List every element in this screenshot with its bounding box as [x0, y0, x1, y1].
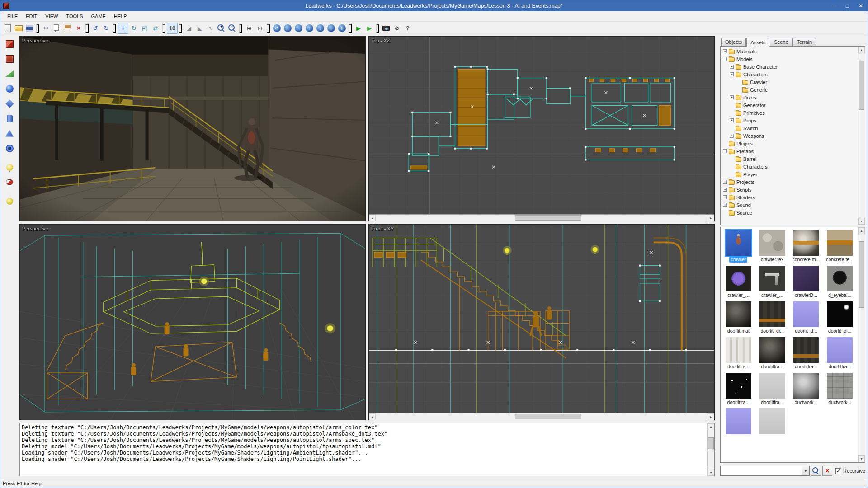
copy-icon[interactable] — [52, 23, 62, 34]
camera-pan-left-icon[interactable]: ← — [282, 23, 293, 34]
viewport-perspective-render[interactable]: Perspective — [19, 36, 366, 221]
model-icon[interactable] — [3, 176, 16, 188]
csg-cube-icon[interactable] — [3, 52, 16, 65]
tree-item[interactable]: Generic — [722, 86, 857, 94]
asset-item[interactable]: doorlit.mat — [722, 300, 755, 335]
expand-toggle-icon[interactable]: − — [730, 72, 734, 76]
asset-item[interactable] — [722, 407, 755, 442]
asset-item[interactable]: doorlit_s... — [722, 335, 755, 371]
tree-item[interactable]: + Props — [722, 117, 857, 124]
scroll-down-icon[interactable]: ▼ — [858, 455, 865, 462]
tree-item[interactable]: Barrel — [722, 155, 857, 163]
camera-pan-down-icon[interactable]: ↓ — [315, 23, 326, 34]
new-map-icon[interactable] — [2, 23, 13, 34]
chevron-down-icon[interactable]: ▾ — [802, 466, 809, 475]
asset-item[interactable]: concrete.m... — [789, 228, 823, 264]
grid-snap-icon[interactable]: 10 — [167, 23, 178, 34]
asset-item[interactable]: doorlitfra... — [823, 335, 857, 371]
expand-toggle-icon[interactable]: + — [723, 195, 727, 199]
menu-item[interactable]: VIEW — [41, 12, 62, 20]
zoom-in-icon[interactable]: + — [216, 23, 227, 34]
console-scrollbar[interactable]: ▲ ▼ — [707, 423, 714, 476]
horizontal-scrollbar[interactable]: ◄ ► — [369, 413, 714, 420]
scroll-up-icon[interactable]: ▲ — [858, 47, 865, 53]
asset-grid-scrollbar[interactable]: ▲ ▼ — [858, 227, 865, 462]
menu-item[interactable]: TOOLS — [62, 12, 87, 20]
expand-toggle-icon[interactable]: + — [723, 49, 727, 53]
scroll-right-icon[interactable]: ► — [708, 413, 714, 420]
maximize-button[interactable]: □ — [840, 0, 854, 11]
redo-icon[interactable]: ↻ — [101, 23, 112, 34]
asset-item[interactable]: d_eyebal... — [823, 264, 857, 300]
expand-toggle-icon[interactable]: + — [723, 188, 727, 192]
viewport-front-xy[interactable]: Front - XY ◄ ► — [368, 224, 715, 420]
expand-toggle-icon[interactable]: − — [723, 57, 727, 61]
panel-tab[interactable]: Assets — [746, 38, 769, 47]
asset-item[interactable]: doorlitfra... — [722, 371, 755, 407]
expand-toggle-icon[interactable]: + — [730, 118, 734, 122]
tree-item[interactable]: − Prefabs — [722, 147, 857, 155]
csg-wedge-icon[interactable] — [3, 67, 16, 80]
scroll-up-icon[interactable]: ▲ — [858, 227, 865, 234]
scale-tool-icon[interactable]: ◰ — [139, 23, 150, 34]
asset-item[interactable]: doorlit_di... — [755, 300, 789, 335]
asset-item[interactable]: doorlit_gl... — [823, 300, 857, 335]
tree-item[interactable]: Source — [722, 209, 857, 216]
tree-item[interactable]: + Projects — [722, 178, 857, 186]
asset-item[interactable]: crawler_... — [755, 264, 789, 300]
expand-toggle-icon[interactable]: + — [723, 180, 727, 184]
minimize-button[interactable]: ─ — [827, 0, 840, 11]
viewport-top-xz[interactable]: Top - XZ ◄ ► — [368, 36, 715, 221]
asset-filter-combobox[interactable]: ▾ — [720, 466, 810, 476]
tree-item[interactable]: Characters — [722, 163, 857, 170]
tree-item[interactable]: Plugins — [722, 140, 857, 147]
translate-tool-icon[interactable]: ✛ — [118, 23, 128, 34]
scroll-left-icon[interactable]: ◄ — [369, 215, 376, 221]
layout-single-icon[interactable]: ⊡ — [255, 23, 265, 34]
scroll-down-icon[interactable]: ▼ — [708, 469, 714, 476]
camera-pan-up-icon[interactable]: ↑ — [304, 23, 315, 34]
asset-item[interactable]: concrete.te... — [823, 228, 857, 264]
screenshot-icon[interactable] — [381, 23, 392, 34]
tree-item[interactable]: Player — [722, 170, 857, 178]
asset-item[interactable] — [755, 407, 789, 442]
expand-toggle-icon[interactable]: + — [730, 65, 734, 69]
paste-icon[interactable] — [62, 23, 73, 34]
scrollbar-thumb[interactable] — [859, 241, 864, 308]
scroll-up-icon[interactable]: ▲ — [708, 423, 714, 430]
menu-item[interactable]: EDIT — [22, 12, 41, 20]
menu-item[interactable]: GAME — [87, 12, 110, 20]
rotate-tool-icon[interactable]: ↻ — [128, 23, 139, 34]
asset-item[interactable]: ductwork... — [823, 371, 857, 407]
tree-item[interactable]: Crawler — [722, 78, 857, 86]
zoom-out-icon[interactable]: − — [227, 23, 238, 34]
tree-item[interactable]: + Base Character — [722, 63, 857, 70]
tree-item[interactable]: + Scripts — [722, 186, 857, 193]
undo-icon[interactable]: ↺ — [90, 23, 101, 34]
layout-quad-icon[interactable]: ⊞ — [244, 23, 255, 34]
asset-item[interactable]: ductwork... — [789, 371, 823, 407]
tree-item[interactable]: Generator — [722, 101, 857, 109]
close-button[interactable]: ✕ — [854, 0, 868, 11]
csg-cone-icon[interactable] — [3, 97, 16, 110]
expand-toggle-icon[interactable]: + — [723, 203, 727, 207]
scrollbar-thumb[interactable] — [708, 437, 714, 449]
viewport-perspective-wire[interactable]: Perspective — [19, 224, 366, 420]
asset-item[interactable]: doorlit_d... — [789, 300, 823, 335]
search-icon[interactable] — [811, 466, 821, 476]
menu-item[interactable]: FILE — [3, 12, 22, 20]
asset-item[interactable]: doorlitfra... — [789, 335, 823, 371]
terrain-lower-icon[interactable]: ◣ — [194, 23, 205, 34]
debug-run-icon[interactable]: ▶ — [364, 23, 375, 34]
scrollbar-thumb[interactable] — [515, 215, 581, 221]
camera-zoom-extents-icon[interactable]: ↔ — [326, 23, 336, 34]
env-probe-icon[interactable] — [3, 195, 16, 207]
horizontal-scrollbar[interactable]: ◄ ► — [369, 214, 714, 221]
recursive-checkbox[interactable]: ✓ — [835, 468, 841, 474]
scroll-down-icon[interactable]: ▼ — [858, 218, 865, 225]
tree-scrollbar[interactable]: ▲ ▼ — [858, 47, 865, 225]
asset-item[interactable]: doorlitfra... — [755, 371, 789, 407]
cut-icon[interactable]: ✂ — [41, 23, 52, 34]
delete-icon[interactable]: ✕ — [73, 23, 84, 34]
scrollbar-thumb[interactable] — [859, 61, 864, 110]
